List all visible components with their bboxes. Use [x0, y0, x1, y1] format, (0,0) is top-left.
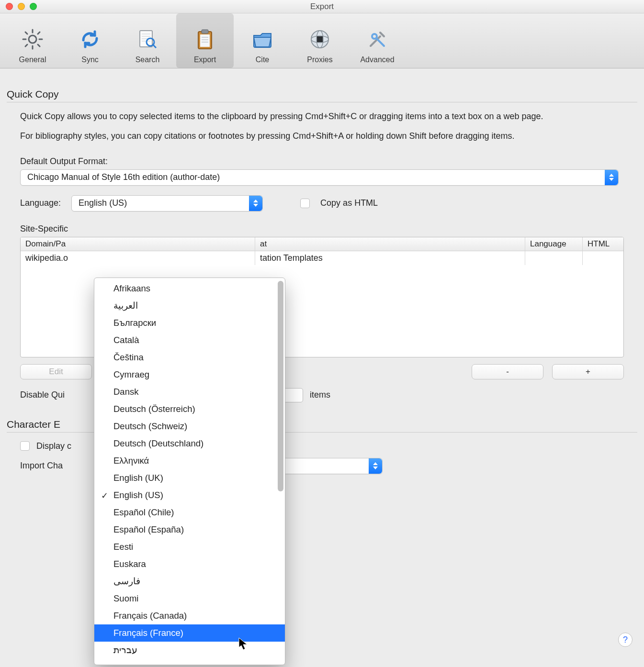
- col-language[interactable]: Language: [525, 237, 583, 251]
- language-option-label: Español (Chile): [113, 507, 174, 518]
- language-option-label: العربية: [113, 300, 138, 311]
- tab-export[interactable]: Export: [176, 13, 234, 68]
- quick-copy-heading: Quick Copy: [7, 89, 637, 100]
- language-option-label: English (UK): [113, 473, 163, 483]
- language-option-label: Suomi: [113, 593, 138, 604]
- language-option[interactable]: ✓Suomi: [94, 590, 285, 607]
- disable-quick-copy-label: Disable Qui: [20, 390, 65, 400]
- window-titlebar: Export: [0, 0, 644, 13]
- tab-proxies[interactable]: Proxies: [291, 13, 349, 68]
- col-html[interactable]: HTML: [583, 237, 623, 251]
- language-dropdown-popover[interactable]: ✓Afrikaans✓العربية✓Български✓Català✓Češt…: [94, 278, 285, 665]
- tab-label: General: [19, 56, 46, 64]
- language-option[interactable]: ✓Ελληνικά: [94, 452, 285, 469]
- import-charset-label: Import Cha: [20, 461, 63, 471]
- language-option-label: עברית: [113, 645, 137, 656]
- select-value: English (US): [79, 198, 127, 208]
- language-option[interactable]: ✓Eesti: [94, 538, 285, 556]
- search-icon: [136, 28, 159, 51]
- add-site-button[interactable]: +: [552, 364, 624, 379]
- language-select[interactable]: English (US): [71, 195, 263, 211]
- cell-html: [583, 251, 623, 265]
- language-option-label: Afrikaans: [113, 283, 150, 294]
- language-option[interactable]: ✓Dansk: [94, 383, 285, 400]
- language-option[interactable]: ✓Euskara: [94, 556, 285, 573]
- language-option[interactable]: ✓العربية: [94, 297, 285, 314]
- copy-as-html-checkbox[interactable]: [300, 199, 310, 208]
- cell-format: tation Templates: [255, 251, 525, 265]
- select-value: Chicago Manual of Style 16th edition (au…: [27, 172, 220, 182]
- tab-general[interactable]: General: [4, 13, 61, 68]
- tab-label: Sync: [81, 56, 99, 64]
- language-option[interactable]: ✓Deutsch (Schweiz): [94, 418, 285, 435]
- svg-rect-10: [202, 30, 208, 33]
- tab-label: Proxies: [307, 56, 332, 64]
- language-option[interactable]: ✓Čeština: [94, 349, 285, 366]
- tab-search[interactable]: Search: [119, 13, 176, 68]
- language-option-label: Български: [113, 318, 156, 328]
- language-option-label: English (US): [113, 490, 163, 500]
- language-option[interactable]: ✓فارسی: [94, 573, 285, 590]
- quick-copy-description-1: Quick Copy allows you to copy selected i…: [20, 111, 609, 122]
- tab-label: Export: [194, 56, 216, 64]
- tab-sync[interactable]: Sync: [61, 13, 119, 68]
- language-option-label: Deutsch (Österreich): [113, 404, 195, 414]
- default-output-format-label: Default Output Format:: [20, 156, 108, 167]
- display-character-checkbox[interactable]: [20, 441, 30, 451]
- default-output-format-select[interactable]: Chicago Manual of Style 16th edition (au…: [20, 169, 619, 186]
- cell-language: [525, 251, 583, 265]
- language-option[interactable]: ✓English (US): [94, 487, 285, 504]
- svg-line-7: [153, 44, 156, 48]
- table-row[interactable]: wikipedia.o tation Templates: [21, 251, 623, 265]
- tab-advanced[interactable]: Advanced: [349, 13, 406, 68]
- language-label: Language:: [20, 198, 61, 208]
- sync-icon: [79, 28, 102, 51]
- tab-label: Search: [136, 56, 160, 64]
- svg-point-18: [372, 34, 377, 39]
- scrollbar-thumb[interactable]: [278, 281, 283, 491]
- help-button[interactable]: ?: [618, 633, 633, 647]
- language-option-label: فارسی: [113, 576, 140, 587]
- language-option-label: Čeština: [113, 352, 144, 363]
- preferences-toolbar: General Sync Search Export Cite Proxies: [0, 13, 644, 68]
- language-option[interactable]: ✓Cymraeg: [94, 366, 285, 383]
- remove-site-button[interactable]: -: [472, 364, 543, 379]
- language-option[interactable]: ✓Català: [94, 332, 285, 349]
- tab-cite[interactable]: Cite: [234, 13, 291, 68]
- section-divider: [7, 102, 637, 102]
- language-option-label: Dansk: [113, 387, 138, 397]
- table-header: Domain/Pa at Language HTML: [21, 237, 623, 251]
- folder-icon: [251, 28, 274, 51]
- language-option[interactable]: ✓Afrikaans: [94, 280, 285, 297]
- stepper-icon: [249, 196, 262, 211]
- site-specific-settings-label: Site-Specific: [20, 224, 68, 234]
- tab-label: Advanced: [360, 56, 394, 64]
- language-option[interactable]: ✓English (UK): [94, 469, 285, 487]
- col-format[interactable]: at: [255, 237, 525, 251]
- display-character-label: Display c: [36, 441, 71, 451]
- svg-point-0: [29, 35, 36, 43]
- svg-rect-17: [317, 36, 323, 42]
- clipboard-icon: [193, 28, 216, 51]
- quick-copy-description-2: For bibliography styles, you can copy ci…: [20, 131, 609, 142]
- language-option-label: Deutsch (Schweiz): [113, 421, 187, 432]
- language-option-label: Français (Canada): [113, 611, 187, 621]
- stepper-icon: [369, 458, 382, 474]
- language-option-list: ✓Afrikaans✓العربية✓Български✓Català✓Češt…: [94, 278, 285, 661]
- svg-rect-9: [200, 34, 210, 47]
- language-option-label: Cymraeg: [113, 369, 149, 380]
- language-option[interactable]: ✓עברית: [94, 642, 285, 659]
- language-option[interactable]: ✓Français (Canada): [94, 607, 285, 624]
- language-option[interactable]: ✓Deutsch (Österreich): [94, 400, 285, 418]
- language-option-label: Deutsch (Deutschland): [113, 438, 203, 449]
- dropdown-scrollbar[interactable]: [278, 281, 283, 662]
- language-option[interactable]: ✓Français (France): [94, 624, 285, 642]
- language-option[interactable]: ✓Español (España): [94, 521, 285, 538]
- language-option[interactable]: ✓Български: [94, 314, 285, 332]
- language-option[interactable]: ✓Español (Chile): [94, 504, 285, 521]
- col-domain[interactable]: Domain/Pa: [21, 237, 255, 251]
- language-option[interactable]: ✓Deutsch (Deutschland): [94, 435, 285, 452]
- gear-icon: [21, 28, 44, 51]
- edit-button[interactable]: Edit: [20, 364, 92, 379]
- tab-label: Cite: [256, 56, 269, 64]
